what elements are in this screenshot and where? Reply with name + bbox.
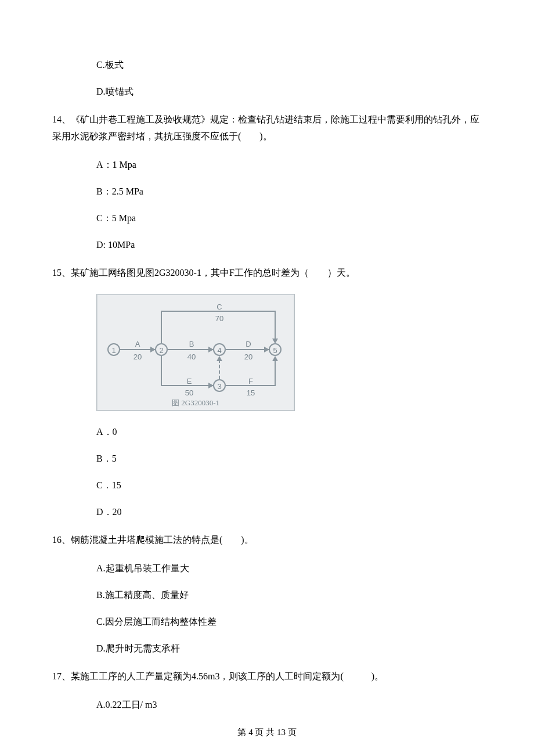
q14-option-b: B：2.5 MPa [52, 185, 482, 199]
q16-option-b: B.施工精度高、质量好 [52, 588, 482, 602]
q16-option-d: D.爬升时无需支承杆 [52, 642, 482, 656]
edge-c-arrow [272, 339, 278, 344]
node-1: 1 [107, 343, 120, 356]
q16-option-a: A.起重机吊装工作量大 [52, 561, 482, 575]
node-4: 4 [213, 343, 226, 356]
figure-caption: 图 2G320030-1 [97, 397, 294, 409]
node-5: 5 [269, 343, 282, 356]
q15-option-d: D．20 [52, 505, 482, 519]
edge-d-value: 20 [240, 351, 257, 363]
page-footer: 第 4 页 共 13 页 [0, 726, 534, 739]
q14-text: 14、《矿山井巷工程施工及验收规范》规定：检查钻孔钻进结束后，除施工过程中需要利… [52, 111, 482, 145]
q15-option-a: A．0 [52, 425, 482, 439]
edge-a-label: A [129, 339, 146, 350]
q17-text: 17、某施工工序的人工产量定额为4.56m3，则该工序的人工时间定额为( )。 [52, 668, 482, 685]
edge-c-v2 [275, 311, 276, 340]
q16-option-c: C.因分层施工而结构整体性差 [52, 615, 482, 629]
edge-dummy-arrow [217, 356, 222, 361]
q14-option-a: A：1 Mpa [52, 158, 482, 172]
edge-a-value: 20 [129, 351, 146, 363]
node-2: 2 [155, 343, 168, 356]
edge-a-arrow [150, 347, 156, 352]
edge-f-label: F [242, 376, 259, 387]
edge-d-label: D [240, 339, 257, 350]
edge-b-arrow [208, 347, 214, 352]
edge-e-v [161, 356, 162, 385]
q15-option-c: C．15 [52, 478, 482, 492]
q13-option-d: D.喷锚式 [52, 85, 482, 99]
edge-c-label: C [211, 301, 228, 313]
edge-e-label: E [181, 376, 198, 387]
q14-option-c: C：5 Mpa [52, 211, 482, 225]
edge-d-arrow [264, 347, 269, 352]
document-page: C.板式 D.喷锚式 14、《矿山井巷工程施工及验收规范》规定：检查钻孔钻进结束… [0, 0, 534, 756]
edge-e-arrow [208, 383, 214, 388]
edge-b-label: B [183, 339, 200, 350]
q15-option-b: B．5 [52, 452, 482, 466]
edge-c-v1 [161, 311, 162, 343]
edge-c-value: 70 [211, 313, 228, 325]
edge-f-arrow [272, 356, 278, 361]
node-3: 3 [213, 379, 226, 392]
q14-option-d: D: 10MPa [52, 238, 482, 252]
q13-option-c: C.板式 [52, 58, 482, 72]
edge-b-value: 40 [183, 351, 200, 363]
q16-text: 16、钢筋混凝土井塔爬模施工法的特点是( )。 [52, 532, 482, 549]
edge-dummy-line [219, 359, 220, 379]
q15-text: 15、某矿施工网络图见图2G320030-1，其中F工作的总时差为（ ）天。 [52, 265, 482, 282]
edge-f-v [275, 359, 276, 386]
network-diagram-figure: 1 2 4 3 5 A 20 B 40 D 20 C 70 E 50 [96, 294, 295, 411]
q17-option-a: A.0.22工日/ m3 [52, 698, 482, 712]
